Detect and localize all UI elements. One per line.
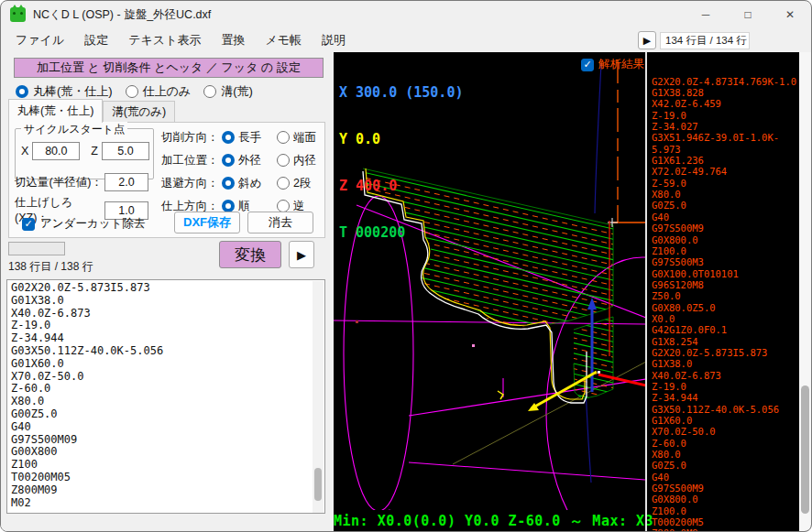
- analysis-code-line: G0X800.0: [652, 234, 799, 245]
- step-play-button[interactable]: ▶: [289, 241, 314, 268]
- menu-text-display[interactable]: テキスト表示: [119, 29, 210, 51]
- work-position-radio-od[interactable]: [222, 154, 235, 167]
- mode-radio-roundbar-label: 丸棒(荒・仕上): [33, 83, 113, 100]
- undercut-label: アンダーカット除去: [40, 216, 145, 232]
- analysis-code-line: G3X50.112Z-40.0K-5.056: [652, 404, 799, 415]
- finish-radio-reverse[interactable]: [277, 200, 290, 212]
- analysis-code-lines: G2X20.0Z-4.873I4.769K-1.0G1X38.828X42.0Z…: [652, 76, 799, 532]
- menu-help[interactable]: 説明: [313, 29, 355, 51]
- gcode-line: Z-19.0: [11, 320, 324, 332]
- analysis-code-line: Z-60.0: [652, 438, 799, 449]
- app-window: NCくD L (OSP) - 旋盤_外径UC.dxf ─ □ ✕ ファイル 設定…: [0, 0, 812, 532]
- mode-radio-finish-only[interactable]: [126, 85, 138, 98]
- gcode-line: Z100: [11, 459, 324, 472]
- analysis-code-line: X0.0: [652, 313, 799, 324]
- analysis-play-button[interactable]: ▶: [638, 31, 656, 49]
- cut-depth-input[interactable]: [104, 173, 148, 191]
- analysis-code-line: G2X20.0Z-4.873I4.769K-1.0: [652, 76, 799, 87]
- convert-button[interactable]: 変換: [219, 241, 281, 268]
- analysis-code-line: Z-19.0: [652, 110, 799, 121]
- output-line-status: 138 行目 / 138 行: [8, 259, 93, 275]
- retract-direction-label: 退避方向：: [161, 176, 222, 191]
- retract-radio-diagonal[interactable]: [222, 177, 235, 190]
- gcode-line: G01X60.0: [11, 358, 324, 371]
- tab-groove[interactable]: 溝(荒のみ): [103, 101, 175, 123]
- cut-depth-label: 切込量(半径値)：: [15, 175, 104, 190]
- analysis-scrollbar[interactable]: [799, 52, 811, 532]
- menu-notepad[interactable]: メモ帳: [256, 29, 311, 51]
- analysis-code-line: Z-34.944: [652, 392, 799, 403]
- window-title: NCくD L (OSP) - 旋盤_外径UC.dxf: [33, 7, 211, 23]
- cycle-start-group: サイクルスタート点 X Z: [15, 128, 154, 179]
- analysis-code-line: T000200M5: [652, 516, 799, 527]
- gcode-line: G01X38.0: [11, 295, 324, 308]
- tool-tip-mark: [498, 391, 503, 399]
- cycle-start-z-label: Z: [91, 145, 98, 157]
- analysis-code-line: G42G1Z0.0F0.1: [652, 324, 799, 335]
- cycle-start-z-input[interactable]: [102, 142, 149, 160]
- analysis-code-column[interactable]: G2X20.0Z-4.873I4.769K-1.0G1X38.828X42.0Z…: [652, 53, 799, 532]
- analysis-scrollbar-thumb[interactable]: [801, 385, 809, 514]
- viewer-panel: X 300.0 (150.0) Y 0.0 Z 400.0 T 000200 解…: [334, 52, 811, 532]
- mode-radio-groove[interactable]: [203, 85, 216, 98]
- cycle-start-title: サイクルスタート点: [21, 122, 127, 137]
- analysis-code-line: X80.0: [652, 449, 799, 460]
- analysis-code-line: G40: [652, 472, 799, 483]
- tab-page-roundbar: サイクルスタート点 X Z 切込量(半径値)： 仕上げしろ(XZ)： 切削方向：: [8, 122, 325, 238]
- gcode-line: G02X20.0Z-5.873I5.873: [11, 282, 324, 295]
- analysis-code-line: G1X60.0: [652, 415, 799, 426]
- cut-direction-radio-face[interactable]: [277, 131, 290, 144]
- tab-roundbar[interactable]: 丸棒(荒・仕上): [8, 99, 103, 123]
- gcode-line: X80.0: [11, 396, 324, 408]
- mode-radio-finish-only-label: 仕上のみ: [143, 83, 192, 100]
- readout-z: Z 400.0: [339, 179, 463, 194]
- diagonal-guide-line: [453, 362, 646, 464]
- analysis-code-line: G0Z5.0: [652, 200, 799, 211]
- mode-radio-roundbar[interactable]: [16, 85, 28, 98]
- menu-replace[interactable]: 置換: [212, 29, 254, 51]
- work-position-radio-id[interactable]: [277, 154, 290, 167]
- origin-dot: [472, 344, 475, 347]
- gcode-line: M02: [11, 497, 324, 510]
- settings-header: 加工位置 と 切削条件 とヘッタ ／ フッタ の 設定: [14, 58, 324, 78]
- analysis-code-line: G1X61.236: [652, 155, 799, 166]
- tool-position-dot: [598, 371, 600, 374]
- app-icon: [10, 7, 26, 22]
- analysis-code-line: X40.0Z-6.873: [652, 370, 799, 381]
- gcode-scrollbar-thumb[interactable]: [314, 468, 322, 501]
- analysis-code-line: G0X800.0: [652, 494, 799, 505]
- analysis-code-line: Z50.0: [652, 290, 799, 301]
- maximize-button[interactable]: □: [727, 1, 769, 28]
- gcode-scrollbar[interactable]: [313, 281, 324, 514]
- readout-t: T 000200: [339, 225, 463, 241]
- finish-radio-forward[interactable]: [222, 200, 235, 212]
- menu-file[interactable]: ファイル: [6, 29, 73, 51]
- analysis-code-line: Z-19.0: [652, 381, 799, 392]
- analysis-line-status: 134 行目 / 134 行: [660, 32, 750, 49]
- cycle-start-x-input[interactable]: [32, 142, 80, 160]
- analysis-code-line: G97S500M3: [652, 256, 799, 267]
- clear-button[interactable]: 消去: [247, 212, 313, 233]
- analysis-code-line: G0X100.0T010101: [652, 268, 799, 279]
- gcode-output-area[interactable]: G02X20.0Z-5.873I5.873G01X38.0X40.0Z-6.87…: [6, 279, 325, 514]
- gcode-line: G00Z5.0: [11, 408, 324, 421]
- window-controls: ─ □ ✕: [685, 1, 811, 28]
- gcode-line: X70.0Z-50.0: [11, 371, 324, 384]
- menu-bar: ファイル 設定 テキスト表示 置換 メモ帳 説明 ▶ 134 行目 / 134 …: [1, 28, 811, 52]
- gcode-line: X40.0Z-6.873: [11, 308, 324, 320]
- retract-direction-row: 退避方向： 斜め 2段: [161, 175, 332, 191]
- analysis-code-line: G97S500M9: [652, 223, 799, 233]
- work-position-label: 加工位置：: [161, 153, 222, 168]
- menu-settings[interactable]: 設定: [75, 29, 117, 51]
- analysis-code-line: G96S120M8: [652, 279, 799, 290]
- analysis-result-checkbox[interactable]: [581, 59, 594, 71]
- minimize-button[interactable]: ─: [685, 1, 727, 28]
- undercut-checkbox[interactable]: [22, 218, 35, 231]
- analysis-code-line: Z-59.0: [652, 178, 799, 189]
- position-readout: X 300.0 (150.0) Y 0.0 Z 400.0 T 000200: [339, 54, 463, 272]
- cut-direction-radio-longitudinal[interactable]: [222, 131, 235, 144]
- retract-radio-two-step[interactable]: [277, 177, 290, 190]
- gcode-line: G40: [11, 421, 324, 434]
- close-button[interactable]: ✕: [769, 1, 811, 28]
- dxf-save-button[interactable]: DXF保存: [174, 212, 240, 233]
